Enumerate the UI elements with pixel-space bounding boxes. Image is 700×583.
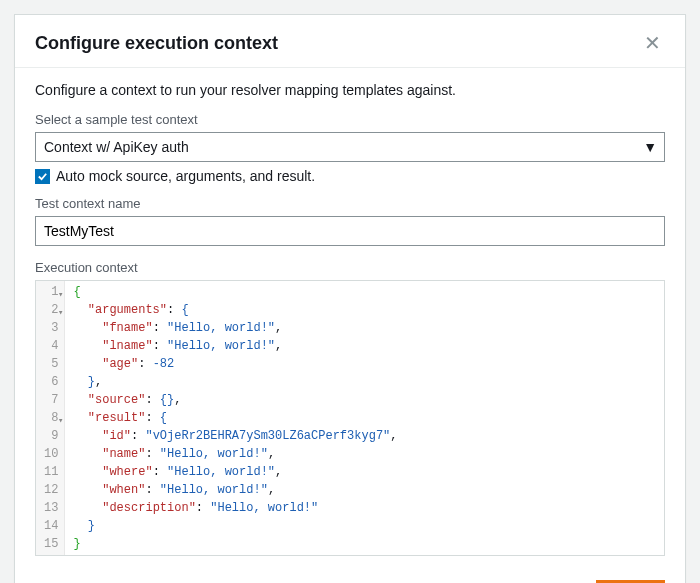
line-number: 6	[44, 373, 58, 391]
code-line[interactable]: },	[73, 373, 656, 391]
modal-body: Configure a context to run your resolver…	[15, 68, 685, 566]
intro-text: Configure a context to run your resolver…	[35, 82, 665, 98]
code-line[interactable]: "lname": "Hello, world!",	[73, 337, 656, 355]
code-line[interactable]: "id": "vOjeRr2BEHRA7ySm30LZ6aCPerf3kyg7"…	[73, 427, 656, 445]
code-line[interactable]: "description": "Hello, world!"	[73, 499, 656, 517]
code-line[interactable]: "when": "Hello, world!",	[73, 481, 656, 499]
code-line[interactable]: }	[73, 535, 656, 553]
code-editor[interactable]: 1▾2▾345678▾9101112131415 { "arguments": …	[35, 280, 665, 556]
code-line[interactable]: "age": -82	[73, 355, 656, 373]
line-number: 7	[44, 391, 58, 409]
fold-icon[interactable]: ▾	[58, 412, 63, 430]
auto-mock-checkbox[interactable]	[35, 169, 50, 184]
modal: Configure execution context ✕ Configure …	[14, 14, 686, 583]
code-line[interactable]: "name": "Hello, world!",	[73, 445, 656, 463]
sample-context-label: Select a sample test context	[35, 112, 665, 127]
fold-icon[interactable]: ▾	[58, 304, 63, 322]
fold-icon[interactable]: ▾	[58, 286, 63, 304]
line-number: 12	[44, 481, 58, 499]
modal-header: Configure execution context ✕	[15, 15, 685, 67]
line-number: 5	[44, 355, 58, 373]
line-number: 2▾	[44, 301, 58, 319]
line-number: 14	[44, 517, 58, 535]
test-name-input[interactable]	[35, 216, 665, 246]
line-number: 15	[44, 535, 58, 553]
sample-context-value: Context w/ ApiKey auth	[35, 132, 665, 162]
line-number: 1▾	[44, 283, 58, 301]
check-icon	[37, 171, 48, 182]
code-line[interactable]: "fname": "Hello, world!",	[73, 319, 656, 337]
line-number: 13	[44, 499, 58, 517]
code-line[interactable]: "result": {	[73, 409, 656, 427]
line-number: 10	[44, 445, 58, 463]
modal-title: Configure execution context	[35, 33, 278, 54]
code-line[interactable]: {	[73, 283, 656, 301]
test-name-label: Test context name	[35, 196, 665, 211]
code-line[interactable]: "where": "Hello, world!",	[73, 463, 656, 481]
close-icon: ✕	[644, 32, 661, 54]
auto-mock-row: Auto mock source, arguments, and result.	[35, 168, 665, 184]
code-line[interactable]: "arguments": {	[73, 301, 656, 319]
close-button[interactable]: ✕	[640, 29, 665, 57]
sample-context-select[interactable]: Context w/ ApiKey auth ▼	[35, 132, 665, 162]
editor-gutter: 1▾2▾345678▾9101112131415	[36, 281, 65, 555]
line-number: 3	[44, 319, 58, 337]
editor-code[interactable]: { "arguments": { "fname": "Hello, world!…	[65, 281, 664, 555]
execution-context-label: Execution context	[35, 260, 665, 275]
modal-footer: Cancel Save	[15, 566, 685, 583]
auto-mock-label: Auto mock source, arguments, and result.	[56, 168, 315, 184]
line-number: 4	[44, 337, 58, 355]
line-number: 11	[44, 463, 58, 481]
line-number: 8▾	[44, 409, 58, 427]
code-line[interactable]: "source": {},	[73, 391, 656, 409]
code-line[interactable]: }	[73, 517, 656, 535]
line-number: 9	[44, 427, 58, 445]
